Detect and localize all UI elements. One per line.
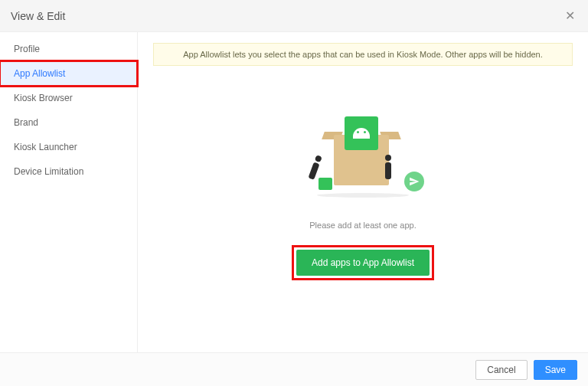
android-icon xyxy=(345,116,378,150)
highlight-box: Add apps to App Allowlist xyxy=(292,245,434,280)
main-panel: App Allowlist lets you select the apps t… xyxy=(138,32,588,352)
sidebar-item-kiosk-launcher[interactable]: Kiosk Launcher xyxy=(0,135,137,159)
modal-title: View & Edit xyxy=(11,10,562,22)
sidebar-item-label: Brand xyxy=(14,117,38,128)
sidebar-item-label: Kiosk Browser xyxy=(14,93,73,103)
empty-state-message: Please add at least one app. xyxy=(309,221,416,230)
sidebar-item-brand[interactable]: Brand xyxy=(0,110,137,135)
sidebar-item-profile[interactable]: Profile xyxy=(0,37,137,61)
cancel-button[interactable]: Cancel xyxy=(475,360,527,380)
sidebar-item-app-allowlist[interactable]: App Allowlist xyxy=(0,61,137,86)
sidebar: Profile App Allowlist Kiosk Browser Bran… xyxy=(0,32,138,352)
save-button[interactable]: Save xyxy=(534,360,577,380)
close-icon[interactable]: ✕ xyxy=(562,8,577,24)
add-apps-button[interactable]: Add apps to App Allowlist xyxy=(296,250,430,276)
sidebar-item-kiosk-browser[interactable]: Kiosk Browser xyxy=(0,86,137,110)
info-banner: App Allowlist lets you select the apps t… xyxy=(153,43,573,66)
view-edit-modal: View & Edit ✕ Profile App Allowlist Kios… xyxy=(0,0,588,386)
modal-footer: Cancel Save xyxy=(0,352,588,386)
modal-header: View & Edit ✕ xyxy=(0,0,588,32)
empty-illustration xyxy=(302,110,424,202)
sidebar-item-label: App Allowlist xyxy=(14,68,65,79)
sidebar-item-label: Profile xyxy=(14,44,40,54)
modal-body: Profile App Allowlist Kiosk Browser Bran… xyxy=(0,32,588,352)
sidebar-item-device-limitation[interactable]: Device Limitation xyxy=(0,159,137,184)
sidebar-item-label: Device Limitation xyxy=(14,166,83,177)
send-icon xyxy=(404,172,424,191)
sidebar-item-label: Kiosk Launcher xyxy=(14,142,77,152)
